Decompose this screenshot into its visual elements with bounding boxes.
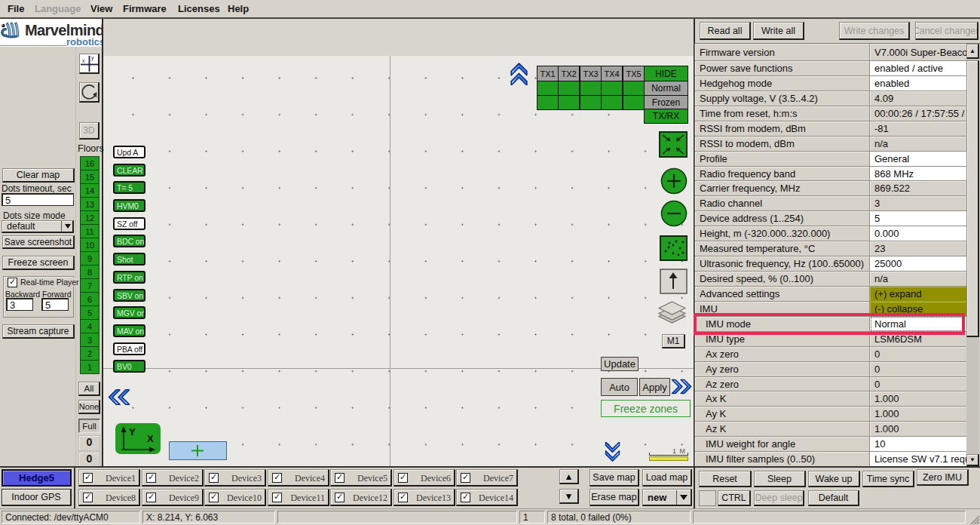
svg-text:y: y — [91, 55, 94, 61]
svg-text:Y: Y — [129, 426, 136, 438]
svg-text:x: x — [82, 58, 85, 63]
svg-text:X: X — [147, 433, 154, 444]
